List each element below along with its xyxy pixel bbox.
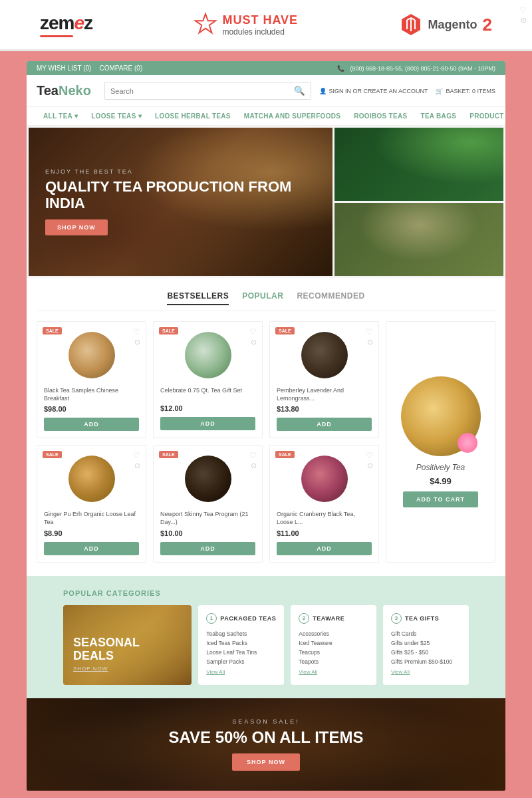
hero-cta-button[interactable]: SHOP NOW [45,219,108,235]
hero-main-banner: ENJOY THE BEST TEA QUALITY TEA PRODUCTIO… [29,128,332,276]
tea-gifts-view-all[interactable]: View All [391,669,461,675]
hero-discount-bg [334,203,503,276]
account-label: SIGN IN OR CREATE AN ACCOUNT [329,88,428,94]
sale-banner: SEASON SALE! SAVE 50% ON ALL ITEMS SHOP … [27,698,505,791]
nav-item-loose-teas[interactable]: LOOSE TEAS ▾ [84,107,148,125]
eye-icon-6[interactable]: ⊙ [251,462,257,470]
product-card-6: SALE ♡ ⊙ Newport Skinny Tea Program (21 … [153,445,263,562]
packaged-teas-title: 1 PACKAGED TEAS [206,613,276,624]
sale-cta-button[interactable]: SHOP NOW [232,753,300,771]
basket-label: BASKET: 0 ITEMS [446,88,495,94]
eye-icon-7[interactable]: ⊙ [367,462,373,470]
product-card-2: SALE ♡ ⊙ Celebrate 0.75 Qt. Tea Gift Set… [153,321,263,438]
sale-title: SAVE 50% ON ALL ITEMS [169,728,364,747]
add-button-2[interactable]: ADD [160,417,255,430]
tab-bestsellers[interactable]: BESTSELLERS [167,291,229,305]
wishlist-icon-3[interactable]: ♡ [366,327,373,336]
teaware-num: 2 [299,613,309,624]
nav-item-product-types[interactable]: PRODUCT TYPES [463,107,505,125]
wishlist-link[interactable]: MY WISH LIST (0) [37,65,91,72]
cat-item-iced[interactable]: Iced Teas Packs [206,638,276,648]
cat-item-accessories[interactable]: Accessories [299,629,368,638]
product-image-6 [160,452,255,505]
cat-item-loose-tin[interactable]: Loose Leaf Tea Tins [206,648,276,657]
hero-matcha-banner[interactable]: Organic Matcha SHOP MATCHA TEA [334,128,503,201]
hero-discount-banner[interactable]: 20% Off SHOP TRENDING TEAS [334,203,503,276]
add-button-3[interactable]: ADD [277,418,372,431]
magento-logo: Magento 2 [399,13,492,37]
wishlist-icon-7[interactable]: ♡ [366,451,373,460]
eye-icon-1[interactable]: ⊙ [134,338,140,346]
eye-icon-2[interactable]: ⊙ [251,338,257,346]
seasonal-title: SEASONALDEALS [73,636,182,663]
add-button-6[interactable]: ADD [160,542,255,555]
sale-badge-6: SALE [159,451,178,458]
nav-item-teabags[interactable]: TEA BAGS [414,107,463,125]
store-nav: ALL TEA ▾ LOOSE TEAS ▾ LOOSE HERBAL TEAS… [27,107,505,126]
sale-badge-7: SALE [275,451,295,458]
tab-recommended[interactable]: RECOMMENDED [297,291,364,305]
nav-item-loose-herbal[interactable]: LOOSE HERBAL TEAS [148,107,237,125]
nav-item-rooibos[interactable]: ROOIBOS TEAS [347,107,414,125]
add-button-1[interactable]: ADD [44,418,139,431]
product-image-3 [277,329,372,382]
magento-icon [399,13,423,37]
product-name-7: Organic Cranberry Black Tea, Loose L... [277,511,372,526]
basket-icon: 🛒 [436,88,443,94]
cat-item-gifts-under25[interactable]: Gifts under $25 [391,638,461,648]
add-button-5[interactable]: ADD [44,542,139,555]
seasonal-cta[interactable]: SHOP NOW [73,666,182,672]
cat-item-gift-cards[interactable]: Gift Cards [391,629,461,638]
cat-item-sampler[interactable]: Sampler Packs [206,657,276,666]
product-name-6: Newport Skinny Tea Program (21 Day...) [160,511,255,526]
eye-icon-5[interactable]: ⊙ [134,462,140,470]
cat-item-gifts-premium[interactable]: Gifts Premium $50-$100 [391,657,461,666]
tea-gifts-num: 3 [391,613,402,624]
cat-item-teapots[interactable]: Teapots [299,657,368,666]
must-have-bottom: modules included [222,27,298,37]
wishlist-icon-5[interactable]: ♡ [133,451,140,460]
wishlist-icon-6[interactable]: ♡ [249,451,257,460]
sale-badge-5: SALE [43,451,62,458]
nav-item-all-tea[interactable]: ALL TEA ▾ [37,107,84,125]
sale-season: SEASON SALE! [232,718,300,725]
account-icon: 👤 [319,88,327,94]
tea-gifts-title: 3 TEA GIFTS [391,613,461,624]
product-price-5: $8.90 [44,529,139,537]
search-button[interactable]: 🔍 [289,82,311,99]
product-name-5: Ginger Pu Erh Organic Loose Leaf Tea [44,511,139,526]
magento-version: 2 [483,15,492,35]
hero-matcha-bg [334,128,503,201]
zemes-logo[interactable]: zemez [40,13,92,37]
tab-popular[interactable]: POPULAR [242,291,283,305]
nav-item-matcha[interactable]: MATCHA AND SUPERFOODS [237,107,347,125]
sale-badge-1: SALE [43,327,62,334]
add-button-7[interactable]: ADD [277,542,372,555]
add-to-cart-button[interactable]: ADD TO CART [403,491,478,507]
product-price-1: $98.00 [44,405,139,413]
eye-icon-3[interactable]: ⊙ [367,338,373,346]
packaged-view-all[interactable]: View All [206,669,276,675]
teaware-view-all[interactable]: View All [299,669,368,675]
product-card-5: SALE ♡ ⊙ Ginger Pu Erh Organic Loose Lea… [37,445,146,562]
cat-item-iced-teaware[interactable]: Iced Teaware [299,638,368,648]
store-logo: TeaNeko [37,83,96,98]
account-link[interactable]: 👤 SIGN IN OR CREATE AN ACCOUNT [319,88,428,94]
basket-link[interactable]: 🛒 BASKET: 0 ITEMS [436,88,495,94]
products-grid: SALE ♡ ⊙ Black Tea Samples Chinese Break… [37,321,495,563]
seasonal-deals-card[interactable]: SEASONALDEALS SHOP NOW [63,605,192,685]
large-product-image [401,376,481,456]
product-price-7: $11.00 [277,529,372,537]
search-input[interactable] [105,84,289,98]
wishlist-icon-1[interactable]: ♡ [133,327,140,336]
cat-item-teabag[interactable]: Teabag Sachets [206,629,276,638]
cat-item-gifts-25-50[interactable]: Gifts $25 - $50 [391,648,461,657]
cat-item-teacups[interactable]: Teacups [299,648,368,657]
must-have-top: MUST HAVE [222,13,298,27]
sale-deco-right [406,698,505,791]
large-product-price: $4.99 [430,476,452,486]
packaged-teas-num: 1 [206,613,217,624]
wishlist-icon-2[interactable]: ♡ [249,327,257,336]
product-price-6: $10.00 [160,529,255,537]
compare-link[interactable]: COMPARE (0) [99,65,142,72]
